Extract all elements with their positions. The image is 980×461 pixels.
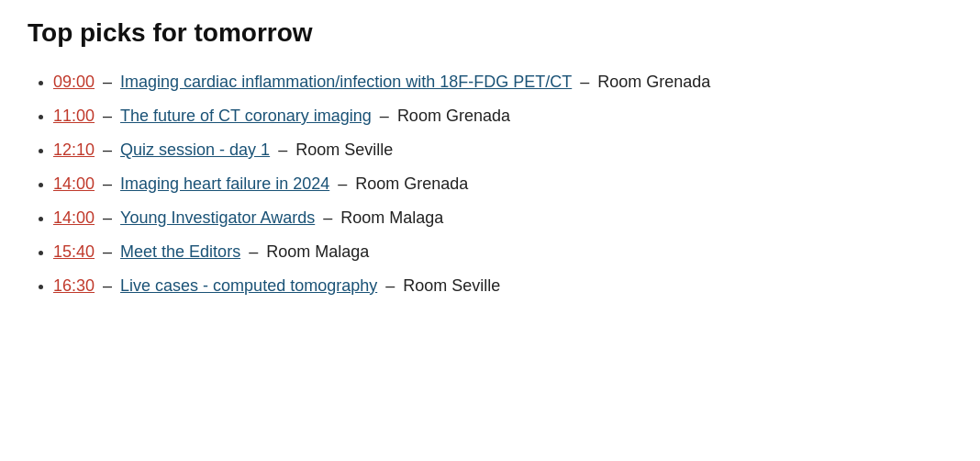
separator: – (98, 242, 117, 261)
list-item: 11:00 – The future of CT coronary imagin… (53, 104, 952, 129)
separator: – (381, 276, 399, 295)
separator: – (98, 73, 117, 91)
list-item: 09:00 – Imaging cardiac inflammation/inf… (53, 70, 952, 95)
list-item: 12:10 – Quiz session - day 1 – Room Sevi… (53, 138, 952, 163)
list-item: 15:40 – Meet the Editors – Room Malaga (53, 240, 952, 264)
session-link-4[interactable]: Young Investigator Awards (120, 208, 315, 227)
session-link-1[interactable]: The future of CT coronary imaging (120, 107, 372, 125)
schedule-list: 09:00 – Imaging cardiac inflammation/inf… (28, 70, 952, 298)
separator: – (575, 73, 594, 91)
separator: – (98, 141, 117, 159)
room-text-3: Room Grenada (355, 174, 468, 193)
separator: – (333, 174, 351, 193)
time-link-6[interactable]: 16:30 (53, 276, 95, 295)
separator: – (244, 242, 262, 261)
session-link-0[interactable]: Imaging cardiac inflammation/infection w… (120, 73, 572, 91)
session-link-6[interactable]: Live cases - computed tomography (120, 276, 377, 295)
separator: – (98, 276, 117, 295)
separator: – (273, 141, 292, 159)
room-text-6: Room Seville (403, 276, 500, 295)
session-link-5[interactable]: Meet the Editors (120, 242, 240, 261)
session-link-3[interactable]: Imaging heart failure in 2024 (120, 174, 329, 193)
room-text-1: Room Grenada (397, 107, 510, 125)
separator: – (375, 107, 394, 125)
time-link-0[interactable]: 09:00 (53, 73, 95, 91)
time-link-5[interactable]: 15:40 (53, 242, 95, 261)
list-item: 14:00 – Imaging heart failure in 2024 – … (53, 172, 952, 197)
list-item: 14:00 – Young Investigator Awards – Room… (53, 206, 952, 230)
separator: – (318, 208, 337, 227)
page-title: Top picks for tomorrow (28, 18, 952, 48)
time-link-1[interactable]: 11:00 (53, 107, 95, 125)
time-link-2[interactable]: 12:10 (53, 141, 95, 159)
time-link-3[interactable]: 14:00 (53, 174, 95, 193)
list-item: 16:30 – Live cases - computed tomography… (53, 274, 952, 298)
separator: – (98, 107, 117, 125)
session-link-2[interactable]: Quiz session - day 1 (120, 141, 270, 159)
separator: – (98, 174, 117, 193)
room-text-4: Room Malaga (340, 208, 443, 227)
time-link-4[interactable]: 14:00 (53, 208, 95, 227)
room-text-0: Room Grenada (597, 73, 710, 91)
room-text-2: Room Seville (295, 141, 393, 159)
separator: – (98, 208, 117, 227)
room-text-5: Room Malaga (266, 242, 369, 261)
